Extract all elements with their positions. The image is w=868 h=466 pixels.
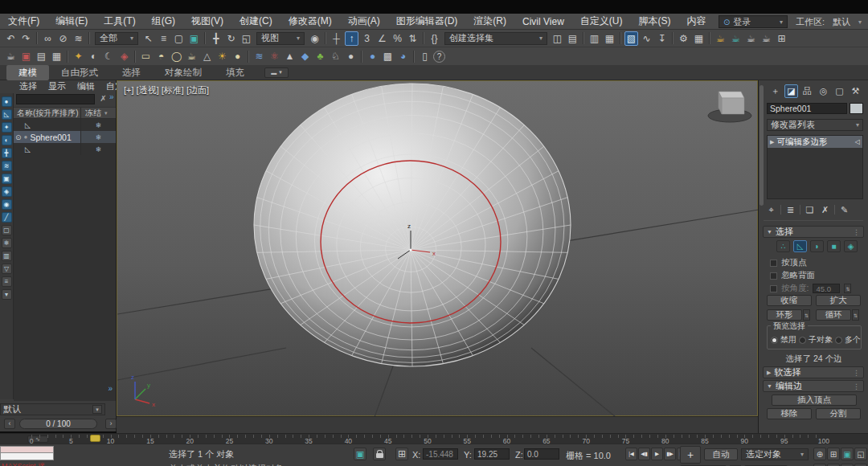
frame-counter-value[interactable]: 0 / 100 [19,419,97,429]
spinner-snap-icon[interactable]: ⇅ [406,31,420,46]
rain-icon[interactable]: ≋ [252,49,266,63]
column-header-name[interactable]: 名称(按升序排序) ▲ [14,108,80,119]
shadow-moon-icon[interactable]: ☾ [102,49,116,63]
spinner-icon[interactable]: ⇅ [852,309,859,321]
percent-snap-icon[interactable]: % [391,31,404,46]
ignore-backfacing-checkbox[interactable]: 忽略背面 [770,270,815,281]
checkbox-icon[interactable] [770,260,777,267]
workspace-dropdown[interactable]: 默认 [833,16,850,28]
shrink-button[interactable]: 收缩 [767,295,812,306]
display-geometry-icon[interactable]: ● [2,96,12,107]
menu-item[interactable]: 工具(T) [96,14,143,29]
menu-item[interactable]: 组(G) [144,14,183,29]
rollout-edit-edges[interactable]: ▼ 编辑边 ⋮ [763,380,864,392]
menu-item[interactable]: 视图(V) [183,14,231,29]
render-iterative-icon[interactable]: ☕ [729,31,743,46]
selection-lock-icon[interactable] [373,448,386,460]
select-object-icon[interactable]: ↖ [141,31,155,46]
table-icon[interactable]: ▦ [50,49,63,63]
maxscript-recorder-field[interactable] [0,446,54,453]
z-coordinate-field[interactable]: 0.0 [524,448,559,460]
previous-frame-button[interactable]: ◀▮ [638,448,650,460]
ribbon-tab-selection[interactable]: 选择 [110,65,153,80]
track-bar[interactable] [117,416,758,433]
tab-utilities[interactable]: ⚒ [849,84,862,98]
render-in-cloud-icon[interactable]: ☕ [760,31,773,46]
transform-type-in-icon[interactable]: ⊞ [395,448,408,460]
display-helpers-icon[interactable]: ╋ [2,148,12,158]
loop-button[interactable]: 循环 [816,309,851,321]
foliage-icon[interactable]: ♣ [313,49,327,63]
freeze-toggle[interactable]: ❄ [80,143,116,155]
clipboard-icon[interactable]: ▯ [418,49,432,63]
tab-display[interactable]: ▢ [833,84,846,98]
zoom-region-icon[interactable]: ◱ [854,448,867,460]
schematic-view-icon[interactable]: ↧ [655,31,669,46]
rollout-soft-selection[interactable]: ▶ 软选择 ⋮ [763,366,864,378]
viewport-label[interactable]: [+] [透视] [标准] [边面] [124,84,209,96]
display-shapes-icon[interactable]: ◺ [2,109,12,120]
radio-disable[interactable] [771,337,778,344]
next-button[interactable]: › [105,419,117,429]
named-selection-dropdown[interactable]: 创建选择集 [444,32,547,45]
display-cameras-icon[interactable]: ◐ [2,135,12,145]
freeze-toggle[interactable]: ❄ [80,131,116,143]
panel-scrollbar[interactable] [760,85,764,206]
display-frozen-icon[interactable]: ❄ [2,238,12,248]
split-button[interactable]: 分割 [816,408,861,419]
box-primitive-icon[interactable]: ▭ [139,49,153,63]
menu-item[interactable]: Civil View [514,14,572,29]
animal-icon[interactable]: ♘ [329,49,342,63]
ribbon-config-button[interactable]: ▬▾ [264,67,289,78]
set-key-button[interactable]: ＋ [680,446,701,464]
tab-hierarchy[interactable]: 品 [800,84,814,98]
key-filter-dropdown[interactable]: 选定对象 [741,448,809,460]
select-and-manipulate-icon[interactable]: ┼ [330,31,343,46]
select-and-rotate-icon[interactable]: ↻ [224,31,238,46]
explorer-preset-dropdown[interactable]: 默认 ▾ [0,403,105,415]
reference-coordinate-dropdown[interactable]: 视图 [256,32,305,45]
clear-search-icon[interactable]: ✗ [98,93,108,104]
marble-icon[interactable]: ● [366,49,379,63]
angle-value-field[interactable]: 45.0 [813,284,840,293]
explorer-menu-item[interactable]: 显示 [43,80,72,92]
menu-item[interactable]: 内容 [678,14,714,29]
tab-modify[interactable]: ◪ [784,84,798,98]
display-groups-icon[interactable]: ▣ [2,174,12,184]
lamp-icon[interactable]: ✦ [72,49,85,63]
go-to-start-button[interactable]: |◀ [625,448,637,460]
polygon-subobject-icon[interactable]: ■ [827,240,841,252]
element-subobject-icon[interactable]: ◈ [844,240,858,252]
table-row-selected[interactable]: ⊙●Sphere001 ❄ [14,131,116,143]
ribbon-tab-modeling[interactable]: 建模 [6,65,49,80]
display-containers-icon[interactable]: ▢ [2,225,12,235]
select-and-link-icon[interactable]: ∞ [41,31,55,46]
teapot-primitive-icon[interactable]: ☕ [185,49,199,63]
chevron-down-icon[interactable]: ▾ [92,405,102,414]
viewcube[interactable] [708,92,751,122]
column-header-freeze[interactable]: 冻结 ▾ [80,108,116,119]
rollout-selection[interactable]: ▼ 选择 ⋮ [763,226,864,238]
pin-stack-icon[interactable]: ⌖ [765,204,777,216]
menu-item[interactable]: 图形编辑器(D) [388,14,466,29]
spinner-icon[interactable]: ⇅ [844,284,851,293]
modifier-stack[interactable]: ▶ 可编辑多边形 ◁ [767,135,863,199]
display-xrefs-icon[interactable]: ◈ [2,186,12,197]
snaps-toggle-icon[interactable]: 3 [360,31,374,46]
dome-primitive-icon[interactable]: ◓ [154,49,168,63]
align-icon[interactable]: ▤ [566,31,579,46]
sphere-primitive-icon[interactable]: ◯ [170,49,183,63]
help-icon[interactable]: ? [433,51,445,63]
expand-panel-chevron-icon[interactable]: » [109,92,114,101]
show-end-result-icon[interactable]: ≣ [784,204,796,216]
explorer-search-input[interactable] [16,94,95,104]
menu-item[interactable]: 渲染(R) [465,14,514,29]
camera-icon[interactable]: ◐ [87,49,100,63]
checkbox-icon[interactable] [770,272,777,280]
teapot-icon[interactable]: ☕ [4,49,18,63]
display-hidden-icon[interactable]: ▥ [2,251,12,261]
object-name-field[interactable]: Sphere001 [767,103,847,114]
curve-editor-icon[interactable]: ∿ [640,31,653,46]
render-setup-icon[interactable]: ⚙ [677,31,690,46]
make-unique-icon[interactable]: ❏ [804,204,816,216]
